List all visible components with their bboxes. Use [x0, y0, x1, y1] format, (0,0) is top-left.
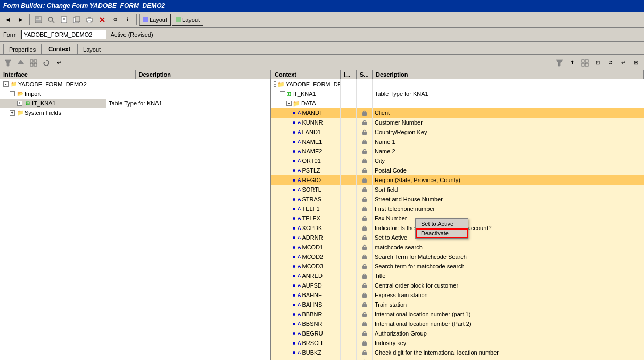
ctx-toolbar-btn-2[interactable]	[15, 57, 27, 69]
tree-node-itkna1[interactable]: + ⊞ IT_KNA1	[0, 99, 106, 108]
left-panel-content: - 📁 YADOBE_FORM_DEMO2 - 📂 Import + ⊞ IT_…	[0, 79, 270, 360]
tab-properties[interactable]: Properties	[3, 44, 42, 54]
form-info-bar: Form YADOBE_FORM_DEMO2 Active (Revised)	[0, 28, 644, 42]
rp-toolbar-btn-3[interactable]	[579, 57, 591, 69]
svg-rect-20	[34, 60, 37, 62]
svg-rect-49	[362, 304, 367, 307]
context-row[interactable]: AKUNNRCustomer Number	[271, 118, 644, 127]
context-row[interactable]: AANREDTitle	[271, 271, 644, 281]
context-row[interactable]: AMCOD3Search term for matchcode search	[271, 261, 644, 271]
form-label: Form	[3, 31, 17, 38]
field-type-icon: A	[298, 235, 301, 240]
field-type-icon: A	[298, 225, 301, 231]
context-row[interactable]: AAUFSDCentral order block for customer	[271, 281, 644, 290]
expand-button[interactable]: -	[286, 101, 292, 106]
context-row[interactable]: ABEGRUAuthorization Group	[271, 329, 644, 338]
context-row[interactable]: ASTRASStreet and House Number	[271, 194, 644, 204]
print-button[interactable]	[84, 14, 95, 26]
ctx-s-cell	[357, 185, 373, 194]
field-bullet	[293, 141, 295, 143]
tab-context[interactable]: Context	[43, 44, 76, 54]
delete-button[interactable]	[96, 14, 108, 26]
layout-button-2[interactable]: Layout	[172, 14, 203, 26]
ctx-s-cell	[357, 319, 373, 329]
rp-toolbar-btn-2[interactable]: ⬆	[566, 57, 578, 69]
ctx-row-label: DATA	[301, 100, 316, 107]
rp-toolbar-btn-1[interactable]	[554, 57, 565, 69]
svg-rect-36	[362, 179, 367, 183]
context-row[interactable]: AMCOD2Search Term for Matchcode Search	[271, 252, 644, 261]
context-row[interactable]: ADATLTData communication line no.	[271, 357, 644, 360]
expand-itkna1[interactable]: +	[17, 101, 22, 106]
tab-layout[interactable]: Layout	[77, 44, 106, 54]
context-row[interactable]: -⊞IT_KNA1Table Type for KNA1	[271, 89, 644, 99]
find-button[interactable]	[45, 14, 57, 26]
context-row[interactable]: ANAME1Name 1	[271, 137, 644, 146]
itkna1-label: IT_KNA1	[32, 100, 56, 107]
back-button[interactable]: ◀	[2, 14, 14, 26]
context-row[interactable]: -📁YADOBE_FORM_DEMO2	[271, 79, 644, 89]
context-row[interactable]: AMANDTClient	[271, 108, 644, 118]
ctx-toolbar-btn-1[interactable]	[2, 57, 14, 69]
ctx-desc-cell: International location number (part 1)	[373, 309, 644, 319]
ctx-toolbar-btn-5[interactable]: ↩	[53, 57, 65, 69]
context-row[interactable]: ABBBNRInternational location number (par…	[271, 309, 644, 319]
new-button[interactable]	[58, 14, 70, 26]
context-row[interactable]: ABAHNEExpress train station	[271, 290, 644, 300]
context-row[interactable]: AREGIORegion (State, Province, County)	[271, 175, 644, 185]
tree-node-import[interactable]: - 📂 Import	[0, 89, 106, 99]
execute-button[interactable]: ⚙	[109, 14, 121, 26]
field-bullet	[293, 275, 295, 277]
context-row[interactable]: ABBSNRInternational location number (Par…	[271, 319, 644, 329]
ctx-desc-cell: Customer Number	[373, 118, 644, 127]
ctx-row-label: LAND1	[302, 129, 321, 135]
context-row[interactable]: ASORTLSort field	[271, 185, 644, 194]
ctx-i-cell	[341, 271, 357, 281]
tree-node-root[interactable]: - 📁 YADOBE_FORM_DEMO2	[0, 79, 106, 89]
right-panel: Context I... S... Description -📁YADOBE_F…	[271, 70, 644, 360]
expand-root[interactable]: -	[3, 81, 9, 87]
ctx-desc-cell: Central order block for customer	[373, 281, 644, 290]
context-row[interactable]: ABAHNSTrain station	[271, 300, 644, 309]
context-row[interactable]: -📁DATA	[271, 99, 644, 108]
context-row[interactable]: ABRSCHIndustry key	[271, 338, 644, 348]
svg-rect-46	[362, 275, 367, 279]
expand-button[interactable]: -	[280, 91, 285, 96]
context-row[interactable]: AMCOD1matchcode search	[271, 242, 644, 252]
context-row[interactable]: APSTLZPostal Code	[271, 166, 644, 175]
copy-button[interactable]	[71, 14, 82, 26]
context-row[interactable]: AORT01City	[271, 156, 644, 166]
rp-toolbar-btn-5[interactable]: ↺	[605, 57, 616, 69]
ctx-toolbar-btn-4[interactable]	[40, 57, 52, 69]
tree-node-sysfields[interactable]: + 📁 System Fields	[0, 108, 106, 118]
field-type-icon: A	[298, 197, 301, 202]
ctx-s-cell	[357, 108, 373, 118]
rp-toolbar-btn-7[interactable]: ⊠	[630, 57, 642, 69]
save-button[interactable]	[32, 14, 44, 26]
context-row[interactable]: ALAND1Country/Region Key	[271, 127, 644, 137]
field-type-icon: A	[298, 302, 301, 307]
expand-sysfields[interactable]: +	[10, 110, 15, 116]
set-to-active-item[interactable]: Set to Active	[416, 219, 468, 228]
context-row[interactable]: ATELF1First telephone number	[271, 204, 644, 214]
expand-button[interactable]: -	[274, 81, 276, 87]
svg-rect-28	[585, 63, 588, 66]
ctx-row-label: MANDT	[302, 110, 323, 116]
rp-toolbar-btn-6[interactable]: ↩	[617, 57, 629, 69]
info-button[interactable]: ℹ	[122, 14, 134, 26]
ctx-i-cell	[341, 281, 357, 290]
deactivate-item[interactable]: Deactivate	[416, 228, 468, 238]
rp-toolbar-btn-4[interactable]: ⊡	[592, 57, 604, 69]
forward-button[interactable]: ▶	[15, 14, 27, 26]
svg-rect-44	[362, 256, 367, 259]
layout-button-1[interactable]: Layout	[139, 14, 171, 26]
field-type-icon: A	[298, 158, 301, 163]
field-bullet	[293, 265, 295, 268]
s-col-header: S...	[357, 70, 373, 79]
ctx-i-cell	[341, 233, 357, 242]
ctx-toolbar-btn-3[interactable]	[28, 57, 39, 69]
context-row[interactable]: ANAME2Name 2	[271, 146, 644, 156]
svg-rect-29	[362, 112, 367, 116]
expand-import[interactable]: -	[10, 91, 15, 96]
context-row[interactable]: ABUBKZCheck digit for the international …	[271, 348, 644, 357]
